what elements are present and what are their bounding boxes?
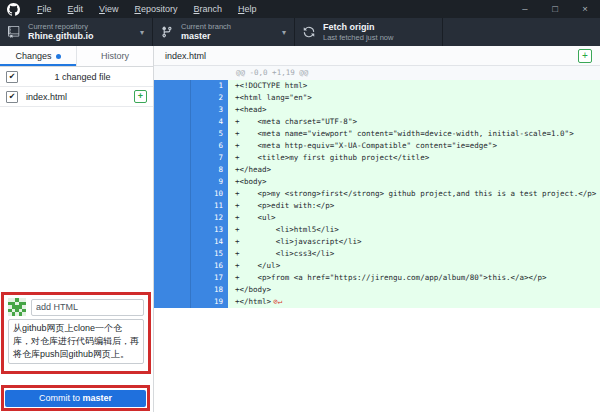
close-icon[interactable]: × bbox=[570, 0, 600, 18]
file-added-icon: + bbox=[134, 90, 147, 103]
sync-icon bbox=[303, 26, 315, 38]
diff-code-text: + <title>my first github project</title> bbox=[228, 152, 600, 164]
diff-added-file-icon[interactable]: + bbox=[578, 49, 592, 63]
menu-branch[interactable]: Branch bbox=[185, 0, 230, 18]
diff-gutter-line-number[interactable]: 17 bbox=[191, 272, 228, 284]
diff-gutter-old[interactable] bbox=[154, 188, 191, 200]
diff-gutter-line-number[interactable]: 15 bbox=[191, 248, 228, 260]
include-all-checkbox[interactable]: ✔ bbox=[6, 71, 18, 83]
menu-repository[interactable]: Repository bbox=[126, 0, 185, 18]
diff-code-text: +<head> bbox=[228, 104, 600, 116]
diff-gutter-old[interactable] bbox=[154, 104, 191, 116]
diff-gutter-line-number[interactable]: 1 bbox=[191, 80, 228, 92]
diff-gutter-old[interactable] bbox=[154, 248, 191, 260]
diff-line: 8+</head> bbox=[154, 164, 600, 176]
diff-gutter-line-number[interactable]: 6 bbox=[191, 140, 228, 152]
changed-files-count: 1 changed file bbox=[18, 72, 147, 82]
diff-gutter-line-number[interactable]: 2 bbox=[191, 92, 228, 104]
github-octocat-icon bbox=[7, 3, 20, 16]
window-controls: – □ × bbox=[510, 0, 600, 18]
diff-gutter-line-number[interactable]: 3 bbox=[191, 104, 228, 116]
diff-code-text: +<body> bbox=[228, 176, 600, 188]
diff-gutter-line-number[interactable]: 7 bbox=[191, 152, 228, 164]
repository-label: Current repository bbox=[28, 22, 94, 31]
diff-hunk-header: @@ -0,0 +1,19 @@ bbox=[154, 66, 600, 80]
menu-edit[interactable]: Edit bbox=[60, 0, 92, 18]
changed-file-row[interactable]: ✔ index.html + bbox=[0, 87, 153, 107]
minimize-icon[interactable]: – bbox=[510, 0, 540, 18]
diff-gutter-old[interactable] bbox=[154, 140, 191, 152]
commit-summary-input[interactable] bbox=[31, 299, 144, 316]
diff-gutter-old[interactable] bbox=[154, 272, 191, 284]
diff-gutter-old[interactable] bbox=[154, 164, 191, 176]
commit-button-prefix: Commit to bbox=[39, 393, 83, 403]
diff-line: 4+ <meta charset="UTF-8"> bbox=[154, 116, 600, 128]
fetch-origin-button[interactable]: Fetch origin Last fetched just now bbox=[295, 18, 443, 46]
diff-lines: 1+<!DOCTYPE html>2+<html lang="en">3+<he… bbox=[154, 80, 600, 308]
diff-gutter-old[interactable] bbox=[154, 236, 191, 248]
avatar bbox=[8, 298, 26, 316]
toolbar: Current repository Rhine.github.io ▾ Cur… bbox=[0, 18, 600, 46]
diff-gutter-old[interactable] bbox=[154, 200, 191, 212]
diff-code-text: +</html>⊘↵ bbox=[228, 296, 600, 308]
annotation-box-commit-form: 从github网页上clone一个仓库，对仓库进行代码编辑后，再将仓库push回… bbox=[1, 292, 151, 374]
diff-code-text: + </ul> bbox=[228, 260, 600, 272]
diff-gutter-line-number[interactable]: 8 bbox=[191, 164, 228, 176]
diff-code-text: + <li>html5</li> bbox=[228, 224, 600, 236]
diff-code-text: + <li>css3</li> bbox=[228, 248, 600, 260]
diff-gutter-old[interactable] bbox=[154, 176, 191, 188]
diff-file-header: index.html + bbox=[154, 46, 600, 66]
diff-gutter-line-number[interactable]: 4 bbox=[191, 116, 228, 128]
fetch-subtitle: Last fetched just now bbox=[323, 33, 393, 42]
diff-gutter-old[interactable] bbox=[154, 260, 191, 272]
commit-button-branch: master bbox=[82, 393, 112, 403]
menu-help[interactable]: Help bbox=[230, 0, 265, 18]
diff-gutter-old[interactable] bbox=[154, 128, 191, 140]
diff-gutter-line-number[interactable]: 11 bbox=[191, 200, 228, 212]
commit-to-master-button[interactable]: Commit to master bbox=[5, 390, 146, 407]
commit-description-textarea[interactable]: 从github网页上clone一个仓库，对仓库进行代码编辑后，再将仓库push回… bbox=[8, 319, 144, 364]
maximize-icon[interactable]: □ bbox=[540, 0, 570, 18]
diff-gutter-line-number[interactable]: 18 bbox=[191, 284, 228, 296]
diff-file-name: index.html bbox=[165, 51, 206, 61]
diff-gutter-line-number[interactable]: 13 bbox=[191, 224, 228, 236]
tab-changes-label: Changes bbox=[15, 51, 51, 61]
diff-code-text: +<html lang="en"> bbox=[228, 92, 600, 104]
diff-gutter-line-number[interactable]: 12 bbox=[191, 212, 228, 224]
current-repository-selector[interactable]: Current repository Rhine.github.io ▾ bbox=[0, 18, 153, 46]
diff-code-text: +</body> bbox=[228, 284, 600, 296]
diff-code-text: + <meta http-equiv="X-UA-Compatible" con… bbox=[228, 140, 600, 152]
diff-gutter-old[interactable] bbox=[154, 296, 191, 308]
menu-view[interactable]: View bbox=[91, 0, 126, 18]
branch-name: master bbox=[181, 31, 231, 42]
diff-code-text: + <p>edit with:</p> bbox=[228, 200, 600, 212]
diff-line: 11+ <p>edit with:</p> bbox=[154, 200, 600, 212]
diff-line: 10+ <p>my <strong>first</strong> github … bbox=[154, 188, 600, 200]
diff-gutter-old[interactable] bbox=[154, 224, 191, 236]
include-file-checkbox[interactable]: ✔ bbox=[6, 91, 18, 103]
diff-line: 13+ <li>html5</li> bbox=[154, 224, 600, 236]
fetch-title: Fetch origin bbox=[323, 22, 393, 33]
diff-gutter-old[interactable] bbox=[154, 92, 191, 104]
diff-gutter-line-number[interactable]: 16 bbox=[191, 260, 228, 272]
tab-changes[interactable]: Changes bbox=[0, 46, 76, 66]
diff-gutter-line-number[interactable]: 5 bbox=[191, 128, 228, 140]
diff-line: 7+ <title>my first github project</title… bbox=[154, 152, 600, 164]
diff-gutter-old[interactable] bbox=[154, 152, 191, 164]
diff-gutter-old[interactable] bbox=[154, 284, 191, 296]
diff-gutter-old[interactable] bbox=[154, 80, 191, 92]
changed-files-summary-row: ✔ 1 changed file bbox=[0, 67, 153, 87]
diff-line: 9+<body> bbox=[154, 176, 600, 188]
diff-gutter-line-number[interactable]: 14 bbox=[191, 236, 228, 248]
menu-file[interactable]: File bbox=[29, 0, 60, 18]
diff-gutter-line-number[interactable]: 10 bbox=[191, 188, 228, 200]
title-bar: FileEditViewRepositoryBranchHelp – □ × bbox=[0, 0, 600, 18]
diff-gutter-old[interactable] bbox=[154, 212, 191, 224]
diff-line: 18+</body> bbox=[154, 284, 600, 296]
diff-gutter-line-number[interactable]: 9 bbox=[191, 176, 228, 188]
tab-history[interactable]: History bbox=[76, 46, 153, 66]
current-branch-selector[interactable]: Current branch master ▾ bbox=[153, 18, 295, 46]
diff-gutter-line-number[interactable]: 19 bbox=[191, 296, 228, 308]
diff-gutter-old[interactable] bbox=[154, 116, 191, 128]
git-branch-icon bbox=[161, 26, 173, 38]
